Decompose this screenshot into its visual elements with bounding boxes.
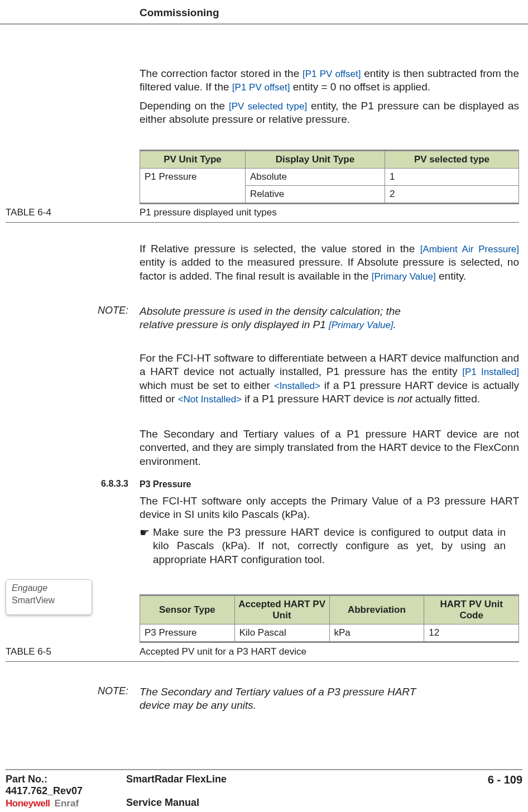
table-label: TABLE 6-5 [6, 646, 134, 657]
instruction-paragraph: ☛ Make sure the P3 pressure HART device … [140, 526, 506, 566]
footer-page-number: 6 - 109 [455, 773, 522, 797]
caption-rule [6, 661, 519, 662]
note-text: The Secondary and Tertiary values of a P… [140, 685, 430, 713]
col-header: PV Unit Type [140, 151, 246, 169]
table-row: P3 Pressure Kilo Pascal kPa 12 [140, 624, 519, 642]
table-cell: Relative [245, 186, 385, 203]
col-header: Abbreviation [329, 596, 424, 624]
table-row: P1 Pressure Absolute 1 [140, 169, 519, 186]
note-text: Absolute pressure is used in the density… [140, 305, 430, 332]
honeywell-logo: Honeywell [6, 798, 50, 809]
table-header-row: PV Unit Type Display Unit Type PV select… [140, 151, 519, 169]
entity-ref: <Not Installed> [178, 394, 242, 405]
entity-ref: [Primary Value] [329, 320, 393, 330]
col-header: HART PV Unit Code [424, 596, 519, 624]
paragraph: If Relative pressure is selected, the va… [140, 242, 519, 283]
table-cell: Kilo Pascal [234, 624, 329, 642]
note-label: NOTE: [0, 685, 128, 697]
header-rule [0, 23, 528, 25]
table-6-5: Sensor Type Accepted HART PV Unit Abbrev… [140, 594, 519, 643]
table-cell: 2 [385, 186, 519, 203]
table-cell: 12 [424, 624, 519, 642]
table-cell: P1 Pressure [140, 169, 246, 203]
hand-icon: ☛ [140, 526, 150, 540]
paragraph: The FCI-HT software only accepts the Pri… [140, 494, 519, 522]
running-header: Commissioning [140, 7, 219, 19]
body-text: Depending on the [140, 100, 229, 112]
note-label: NOTE: [0, 305, 128, 316]
section-number: 6.8.3.3 [0, 479, 128, 489]
enraf-logo: Enraf [55, 798, 79, 809]
entity-ref: [P1 Installed] [462, 367, 519, 377]
engauge-smartview-badge: Engauge SmartView [6, 579, 92, 615]
table-label: TABLE 6-4 [6, 207, 134, 218]
footer-doc-title: SmartRadar FlexLine [126, 773, 455, 797]
caption-rule [6, 222, 519, 223]
col-header: Accepted HART PV Unit [234, 596, 329, 624]
col-header: Sensor Type [140, 596, 235, 624]
entity-ref: [P1 PV offset] [303, 69, 361, 79]
table-cell: P3 Pressure [140, 624, 235, 642]
body-text: . [393, 319, 396, 330]
body-text: actually fitted. [412, 393, 480, 405]
footer-rule [6, 769, 522, 770]
body-text: not [397, 393, 412, 405]
table: PV Unit Type Display Unit Type PV select… [140, 151, 519, 203]
entity-ref: [Ambient Air Pressure] [420, 244, 519, 254]
footer-part-no: Part No.: 4417.762_Rev07 [6, 773, 126, 797]
entity-ref: <Installed> [274, 381, 320, 391]
footer-logo: Honeywell Enraf [6, 798, 126, 809]
page: Commissioning The correction factor stor… [0, 0, 528, 812]
paragraph: For the FCI-HT software to differentiate… [140, 352, 519, 406]
section-title: P3 Pressure [140, 479, 519, 490]
table-6-4: PV Unit Type Display Unit Type PV select… [140, 150, 519, 204]
entity-ref: [Primary Value] [372, 271, 436, 282]
table-cell: 1 [385, 169, 519, 186]
table-cell: Absolute [245, 169, 385, 186]
table-header-row: Sensor Type Accepted HART PV Unit Abbrev… [140, 596, 519, 624]
badge-line1: Engauge [12, 583, 86, 593]
body-text: The correction factor stored in the [140, 68, 303, 79]
table-cell: kPa [329, 624, 424, 642]
footer-doc-subtitle: Service Manual [126, 797, 455, 809]
body-text: which must be set to either [140, 379, 274, 391]
paragraph: The Secondary and Tertiary values of a P… [140, 427, 519, 468]
body-text: If Relative pressure is selected, the va… [140, 243, 420, 254]
entity-ref: [P1 PV offset] [232, 82, 290, 93]
body-text: entity = 0 no offset is applied. [290, 81, 430, 93]
body-text: entity. [436, 270, 467, 282]
body-text: if a P1 pressure HART device is [242, 393, 397, 405]
col-header: PV selected type [385, 151, 519, 169]
badge-line2: SmartView [12, 595, 86, 606]
body-text: Make sure the P3 pressure HART device is… [153, 526, 506, 565]
page-footer: Part No.: 4417.762_Rev07 SmartRadar Flex… [6, 769, 522, 809]
paragraph: Depending on the [PV selected type] enti… [140, 99, 519, 127]
col-header: Display Unit Type [245, 151, 385, 169]
table: Sensor Type Accepted HART PV Unit Abbrev… [140, 595, 519, 642]
paragraph: The correction factor stored in the [P1 … [140, 67, 519, 94]
table-caption: P1 pressure displayed unit types [140, 207, 277, 218]
entity-ref: [PV selected type] [229, 101, 307, 112]
table-caption: Accepted PV unit for a P3 HART device [140, 646, 306, 657]
